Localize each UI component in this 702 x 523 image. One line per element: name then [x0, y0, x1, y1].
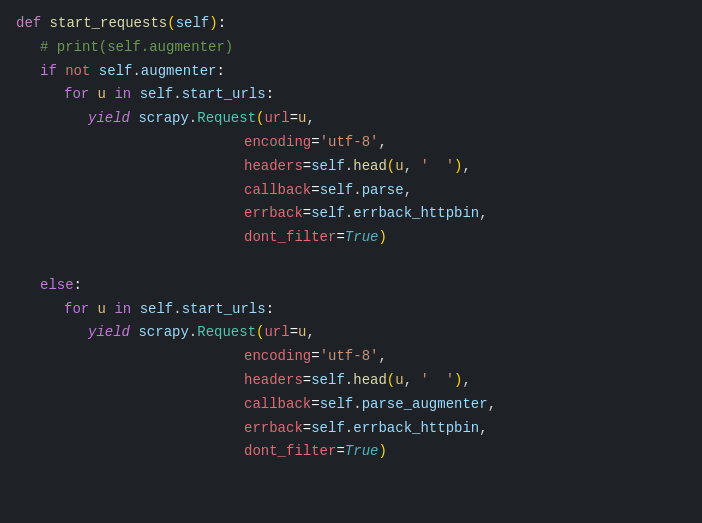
comma1: , [307, 107, 315, 131]
code-line-5: yield scrapy.Request(url=u, [16, 107, 686, 131]
code-line-1: def start_requests(self): [16, 12, 686, 36]
errback-httpbin: errback_httpbin [353, 202, 479, 226]
code-line-16: headers=self.head(u, ' '), [16, 369, 686, 393]
code-line-2: # print(self.augmenter) [16, 36, 686, 60]
comma9: , [404, 369, 421, 393]
eq3: = [303, 155, 311, 179]
eq8: = [311, 345, 319, 369]
dot3: . [189, 107, 197, 131]
keyword-def: def [16, 12, 50, 36]
var-u2: u [98, 298, 115, 322]
kwarg-dont-filter2: dont_filter [244, 440, 336, 464]
self-parse2: self [320, 393, 354, 417]
kwarg-dont-filter: dont_filter [244, 226, 336, 250]
paren-head2-open: ( [387, 369, 395, 393]
errback-httpbin2: errback_httpbin [353, 417, 479, 441]
self-errback2: self [311, 417, 345, 441]
kwarg-encoding2: encoding [244, 345, 311, 369]
parse-method: parse [362, 179, 404, 203]
kwarg-headers2: headers [244, 369, 303, 393]
var-u: u [98, 83, 115, 107]
parse-augmenter-method: parse_augmenter [362, 393, 488, 417]
paren-close: ) [209, 12, 217, 36]
code-line-3: if not self.augmenter: [16, 60, 686, 84]
dot10: . [353, 393, 361, 417]
request-class: Request [197, 107, 256, 131]
eq2: = [311, 131, 319, 155]
code-line-17: callback=self.parse_augmenter, [16, 393, 686, 417]
dot5: . [353, 179, 361, 203]
comma5: , [404, 179, 412, 203]
colon-else: : [74, 274, 82, 298]
val-spaces: ' ' [420, 155, 454, 179]
kwarg-url2: url [264, 321, 289, 345]
val-u2: u [395, 155, 403, 179]
kwarg-errback: errback [244, 202, 303, 226]
code-line-9: errback=self.errback_httpbin, [16, 202, 686, 226]
comma6: , [479, 202, 487, 226]
dot1: . [132, 60, 140, 84]
code-line-19: dont_filter=True) [16, 440, 686, 464]
scrapy: scrapy [138, 107, 188, 131]
eq12: = [336, 440, 344, 464]
self-augmenter: self [99, 60, 133, 84]
paren-req2-close: ) [378, 440, 386, 464]
val-u1: u [298, 107, 306, 131]
val-true1: True [345, 226, 379, 250]
dot9: . [345, 369, 353, 393]
eq7: = [290, 321, 298, 345]
paren-req2-open: ( [256, 321, 264, 345]
scrapy2: scrapy [138, 321, 188, 345]
val-encoding2: 'utf-8' [320, 345, 379, 369]
keyword-in2: in [114, 298, 139, 322]
paren-head-open: ( [387, 155, 395, 179]
keyword-else: else [40, 274, 74, 298]
augmenter: augmenter [141, 60, 217, 84]
val-true2: True [345, 440, 379, 464]
kwarg-url: url [264, 107, 289, 131]
kwarg-callback: callback [244, 179, 311, 203]
dot2: . [173, 83, 181, 107]
colon3: : [266, 83, 274, 107]
paren-req-close: ) [378, 226, 386, 250]
code-line-10: dont_filter=True) [16, 226, 686, 250]
code-line-8: callback=self.parse, [16, 179, 686, 203]
eq1: = [290, 107, 298, 131]
code-line-13: for u in self.start_urls: [16, 298, 686, 322]
request-class2: Request [197, 321, 256, 345]
dot4: . [345, 155, 353, 179]
dot7: . [173, 298, 181, 322]
self-head2: self [311, 369, 345, 393]
eq5: = [303, 202, 311, 226]
param-self: self [176, 12, 210, 36]
paren-head-close: ) [454, 155, 462, 179]
comma11: , [488, 393, 496, 417]
keyword-for2: for [64, 298, 98, 322]
head-fn2: head [353, 369, 387, 393]
comma10: , [462, 369, 470, 393]
val-encoding: 'utf-8' [320, 131, 379, 155]
kwarg-errback2: errback [244, 417, 303, 441]
keyword-yield2: yield [88, 321, 138, 345]
comma2: , [378, 131, 386, 155]
comma7: , [307, 321, 315, 345]
colon2: : [216, 60, 224, 84]
dot11: . [345, 417, 353, 441]
start-urls2: start_urls [182, 298, 266, 322]
code-line-14: yield scrapy.Request(url=u, [16, 321, 686, 345]
keyword-if: if [40, 60, 65, 84]
comma12: , [479, 417, 487, 441]
keyword-not: not [65, 60, 90, 84]
kwarg-encoding: encoding [244, 131, 311, 155]
val-u3: u [298, 321, 306, 345]
code-line-6: encoding='utf-8', [16, 131, 686, 155]
comment-print: # print(self.augmenter) [40, 36, 233, 60]
code-line-18: errback=self.errback_httpbin, [16, 417, 686, 441]
paren-head2-close: ) [454, 369, 462, 393]
self-errback: self [311, 202, 345, 226]
val-u4: u [395, 369, 403, 393]
keyword-for: for [64, 83, 98, 107]
head-fn: head [353, 155, 387, 179]
colon: : [218, 12, 226, 36]
code-line-12: else: [16, 274, 686, 298]
